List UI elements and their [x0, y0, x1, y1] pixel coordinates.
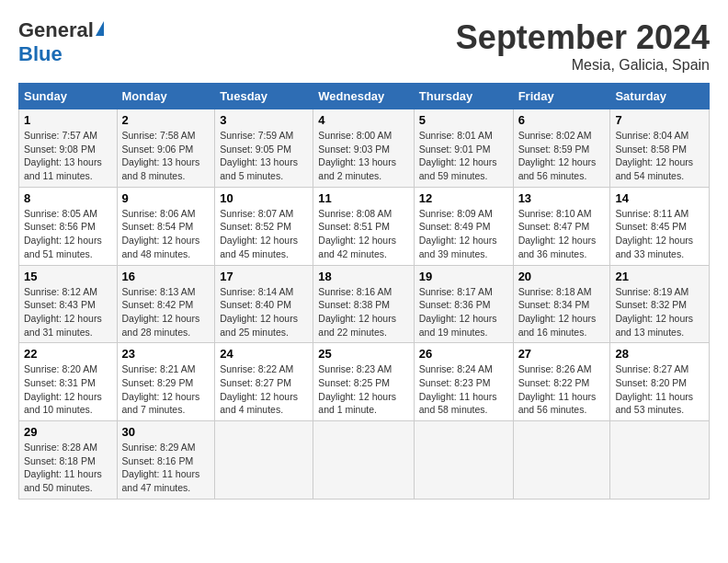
day-number: 22 [24, 347, 112, 361]
table-row: 25Sunrise: 8:23 AMSunset: 8:25 PMDayligh… [313, 343, 414, 421]
table-row [313, 421, 414, 500]
day-number: 28 [615, 347, 704, 361]
sunrise-text: Sunrise: 8:14 AM [220, 286, 293, 297]
sunrise-text: Sunrise: 8:01 AM [419, 130, 493, 141]
sunrise-text: Sunrise: 8:22 AM [220, 363, 293, 374]
daylight-text: Daylight: 12 hours and 51 minutes. [24, 235, 102, 259]
day-number: 20 [518, 270, 606, 283]
sunset-text: Sunset: 8:56 PM [24, 221, 96, 232]
sunset-text: Sunset: 9:01 PM [419, 144, 491, 155]
sunset-text: Sunset: 9:06 PM [122, 144, 194, 155]
daylight-text: Daylight: 11 hours and 56 minutes. [518, 391, 597, 416]
calendar-title-area: September 2024 Mesia, Galicia, Spain [456, 18, 710, 74]
daylight-text: Daylight: 11 hours and 58 minutes. [419, 391, 497, 416]
table-row: 20Sunrise: 8:18 AMSunset: 8:34 PMDayligh… [513, 265, 610, 343]
table-row: 10Sunrise: 8:07 AMSunset: 8:52 PMDayligh… [215, 187, 313, 265]
day-number: 10 [220, 191, 308, 205]
day-number: 30 [122, 425, 210, 439]
sunset-text: Sunset: 8:54 PM [122, 221, 194, 232]
sunrise-text: Sunrise: 8:28 AM [24, 442, 97, 453]
sunset-text: Sunset: 8:25 PM [318, 377, 390, 388]
table-row: 18Sunrise: 8:16 AMSunset: 8:38 PMDayligh… [313, 265, 414, 343]
location-title: Mesia, Galicia, Spain [456, 57, 710, 74]
daylight-text: Daylight: 12 hours and 22 minutes. [318, 313, 396, 338]
sunrise-text: Sunrise: 8:04 AM [615, 130, 688, 141]
sunrise-text: Sunrise: 8:29 AM [122, 442, 196, 453]
day-number: 24 [220, 347, 308, 361]
logo-blue-text: Blue [18, 42, 63, 65]
daylight-text: Daylight: 12 hours and 39 minutes. [419, 235, 497, 259]
sunset-text: Sunset: 8:16 PM [122, 455, 194, 466]
sunset-text: Sunset: 8:23 PM [419, 377, 491, 388]
daylight-text: Daylight: 13 hours and 5 minutes. [220, 156, 298, 181]
sunrise-text: Sunrise: 8:21 AM [122, 363, 196, 374]
logo: General Blue [18, 18, 104, 66]
day-number: 5 [419, 113, 508, 127]
calendar-week-row: 8Sunrise: 8:05 AMSunset: 8:56 PMDaylight… [19, 187, 710, 265]
daylight-text: Daylight: 11 hours and 53 minutes. [615, 391, 693, 416]
calendar-week-row: 15Sunrise: 8:12 AMSunset: 8:43 PMDayligh… [19, 265, 710, 343]
daylight-text: Daylight: 12 hours and 13 minutes. [615, 313, 693, 338]
sunset-text: Sunset: 8:38 PM [318, 299, 390, 310]
sunset-text: Sunset: 8:52 PM [220, 221, 291, 232]
table-row: 24Sunrise: 8:22 AMSunset: 8:27 PMDayligh… [215, 343, 313, 421]
sunrise-text: Sunrise: 7:58 AM [122, 130, 196, 141]
calendar-week-row: 1Sunrise: 7:57 AMSunset: 9:08 PMDaylight… [19, 109, 710, 188]
calendar-header-row: Sunday Monday Tuesday Wednesday Thursday… [19, 84, 710, 109]
table-row: 6Sunrise: 8:02 AMSunset: 8:59 PMDaylight… [513, 109, 610, 188]
table-row: 5Sunrise: 8:01 AMSunset: 9:01 PMDaylight… [414, 109, 513, 188]
sunrise-text: Sunrise: 7:57 AM [24, 130, 97, 141]
calendar-week-row: 22Sunrise: 8:20 AMSunset: 8:31 PMDayligh… [19, 343, 710, 421]
table-row: 16Sunrise: 8:13 AMSunset: 8:42 PMDayligh… [117, 265, 215, 343]
day-number: 26 [419, 347, 508, 361]
daylight-text: Daylight: 12 hours and 1 minute. [318, 391, 396, 416]
table-row: 11Sunrise: 8:08 AMSunset: 8:51 PMDayligh… [313, 187, 414, 265]
daylight-text: Daylight: 13 hours and 8 minutes. [122, 156, 200, 181]
daylight-text: Daylight: 12 hours and 7 minutes. [122, 391, 200, 416]
table-row [610, 421, 710, 500]
table-row [414, 421, 513, 500]
day-number: 25 [318, 347, 408, 361]
day-number: 1 [24, 113, 112, 127]
calendar-table: Sunday Monday Tuesday Wednesday Thursday… [18, 83, 710, 500]
col-wednesday: Wednesday [313, 84, 414, 109]
daylight-text: Daylight: 12 hours and 19 minutes. [419, 313, 497, 338]
daylight-text: Daylight: 12 hours and 36 minutes. [518, 235, 597, 259]
sunset-text: Sunset: 8:34 PM [518, 299, 590, 310]
sunset-text: Sunset: 8:45 PM [615, 221, 687, 232]
col-tuesday: Tuesday [215, 84, 313, 109]
daylight-text: Daylight: 12 hours and 59 minutes. [419, 156, 497, 181]
sunset-text: Sunset: 8:22 PM [518, 377, 590, 388]
table-row: 15Sunrise: 8:12 AMSunset: 8:43 PMDayligh… [19, 265, 118, 343]
table-row: 4Sunrise: 8:00 AMSunset: 9:03 PMDaylight… [313, 109, 414, 188]
day-number: 18 [318, 270, 408, 283]
daylight-text: Daylight: 13 hours and 2 minutes. [318, 156, 396, 181]
day-number: 2 [122, 113, 210, 127]
sunset-text: Sunset: 8:32 PM [615, 299, 687, 310]
sunset-text: Sunset: 9:03 PM [318, 144, 390, 155]
daylight-text: Daylight: 12 hours and 33 minutes. [615, 235, 693, 259]
daylight-text: Daylight: 11 hours and 47 minutes. [122, 468, 200, 493]
sunrise-text: Sunrise: 8:27 AM [615, 363, 688, 374]
sunset-text: Sunset: 8:36 PM [419, 299, 491, 310]
col-sunday: Sunday [19, 84, 118, 109]
sunset-text: Sunset: 8:51 PM [318, 221, 390, 232]
day-number: 27 [518, 347, 606, 361]
day-number: 6 [518, 113, 606, 127]
logo-general-text: General [18, 18, 94, 42]
day-number: 19 [419, 270, 508, 283]
daylight-text: Daylight: 12 hours and 48 minutes. [122, 235, 200, 259]
daylight-text: Daylight: 12 hours and 16 minutes. [518, 313, 597, 338]
daylight-text: Daylight: 12 hours and 31 minutes. [24, 313, 102, 338]
sunset-text: Sunset: 9:08 PM [24, 144, 96, 155]
sunrise-text: Sunrise: 7:59 AM [220, 130, 293, 141]
table-row: 19Sunrise: 8:17 AMSunset: 8:36 PMDayligh… [414, 265, 513, 343]
sunrise-text: Sunrise: 8:00 AM [318, 130, 392, 141]
day-number: 16 [122, 270, 210, 283]
table-row: 3Sunrise: 7:59 AMSunset: 9:05 PMDaylight… [215, 109, 313, 188]
col-friday: Friday [513, 84, 610, 109]
table-row: 9Sunrise: 8:06 AMSunset: 8:54 PMDaylight… [117, 187, 215, 265]
table-row: 30Sunrise: 8:29 AMSunset: 8:16 PMDayligh… [117, 421, 215, 500]
sunrise-text: Sunrise: 8:07 AM [220, 208, 293, 219]
sunset-text: Sunset: 8:58 PM [615, 144, 687, 155]
